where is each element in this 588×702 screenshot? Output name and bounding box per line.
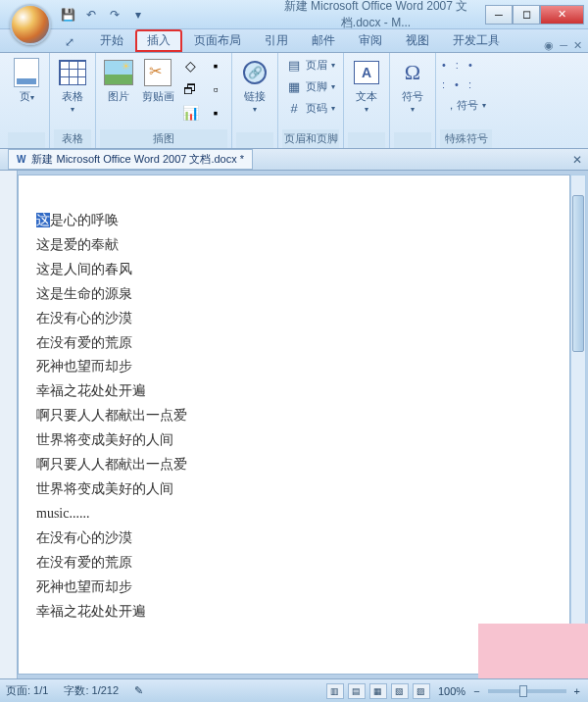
document-line[interactable]: 啊只要人人都献出一点爱 <box>36 404 552 428</box>
word-doc-icon: W <box>17 154 25 165</box>
document-line[interactable]: 在没有爱的荒原 <box>36 551 552 576</box>
window-title: 新建 Microsoft Office Word 2007 文档.docx - … <box>267 0 485 31</box>
tabs-toggle-icon[interactable]: ⤢ <box>59 32 80 52</box>
sp-dot5[interactable]: • <box>455 78 459 90</box>
special-symbol-button[interactable]: ，符号▾ <box>442 96 490 115</box>
document-line[interactable]: 幸福之花处处开遍 <box>36 600 552 625</box>
special-label: ，符号 <box>446 98 478 113</box>
close-button[interactable]: ✕ <box>540 5 584 25</box>
clipart-label: 剪贴画 <box>142 90 174 102</box>
links-button[interactable]: 🔗 链接▾ <box>236 55 273 117</box>
table-button[interactable]: 表格▾ <box>54 55 91 117</box>
office-button[interactable] <box>10 4 51 45</box>
sp-dot4[interactable]: : <box>442 78 445 90</box>
smartart-icon[interactable]: 🗗 <box>178 78 202 100</box>
qat-undo-icon[interactable]: ↶ <box>80 5 102 25</box>
ribbon-group-special: • : • : • : ，符号▾ 特殊符号 <box>436 53 496 148</box>
ribbon-group-page: 页▾ <box>4 53 50 148</box>
overlay-patch <box>478 624 588 678</box>
tab-视图[interactable]: 视图 <box>394 29 441 52</box>
scroll-thumb[interactable] <box>572 195 584 352</box>
table-label: 表格 <box>62 90 83 102</box>
picture-label: 图片 <box>108 90 129 102</box>
qat-save-icon[interactable]: 💾 <box>57 5 78 25</box>
header-button[interactable]: ▤页眉▾ <box>282 55 339 75</box>
doc-tab-close-icon[interactable]: ✕ <box>572 153 582 167</box>
status-proof-icon[interactable]: ✎ <box>134 684 143 697</box>
qat-redo-icon[interactable]: ↷ <box>104 5 125 25</box>
view-read-icon[interactable]: ▤ <box>348 683 366 699</box>
view-draft-icon[interactable]: ▨ <box>413 683 430 699</box>
sp-dot2[interactable]: : <box>456 59 459 71</box>
document-line[interactable]: 这是人间的春风 <box>36 258 552 282</box>
document-line[interactable]: 这是心的呼唤 <box>36 209 552 233</box>
ribbon-tabs: ⤢ 开始插入页面布局引用邮件审阅视图开发工具 ◉ ─ ✕ <box>0 29 588 53</box>
header-label: 页眉 <box>306 58 327 73</box>
shapes-icon[interactable]: ◇ <box>178 55 202 76</box>
minimize-button[interactable]: ─ <box>485 5 513 25</box>
table-icon <box>57 57 88 88</box>
document-line[interactable]: 死神也望而却步 <box>36 355 552 379</box>
document-line[interactable]: 世界将变成美好的人间 <box>36 477 552 502</box>
zoom-handle[interactable] <box>519 685 527 697</box>
vertical-scrollbar[interactable] <box>570 175 586 675</box>
document-line[interactable]: 这是爱的奉献 <box>36 233 552 258</box>
document-page[interactable]: 这是心的呼唤这是爱的奉献这是人间的春风这是生命的源泉在没有心的沙漠在没有爱的荒原… <box>18 175 570 675</box>
illus-extra2-icon[interactable]: ▫ <box>204 78 227 100</box>
qat-dropdown-icon[interactable]: ▾ <box>127 5 149 25</box>
page-button[interactable]: 页▾ <box>8 55 45 105</box>
ribbon-group-links: 🔗 链接▾ <box>232 53 278 148</box>
sp-dot6[interactable]: : <box>468 78 471 90</box>
tab-开始[interactable]: 开始 <box>88 29 135 52</box>
document-line[interactable]: 在没有爱的荒原 <box>36 331 552 356</box>
ribbon-close-icon[interactable]: ✕ <box>573 39 582 52</box>
maximize-button[interactable]: ◻ <box>513 5 540 25</box>
document-tab-bar: W 新建 Microsoft Office Word 2007 文档.docx … <box>0 149 588 171</box>
status-page[interactable]: 页面: 1/1 <box>6 683 48 698</box>
clipart-icon <box>142 57 173 88</box>
tab-引用[interactable]: 引用 <box>253 29 300 52</box>
help-icon[interactable]: ◉ <box>544 39 554 52</box>
textbox-icon: A <box>351 57 382 88</box>
document-line[interactable]: 世界将变成美好的人间 <box>36 428 552 453</box>
document-line[interactable]: 幸福之花处处开遍 <box>36 379 552 404</box>
illus-extra3-icon[interactable]: ▪ <box>204 102 227 124</box>
tab-邮件[interactable]: 邮件 <box>300 29 347 52</box>
illus-extra1-icon[interactable]: ▪ <box>204 55 227 76</box>
document-line[interactable]: 在没有心的沙漠 <box>36 307 552 331</box>
zoom-slider[interactable] <box>488 689 566 693</box>
document-line[interactable]: 在没有心的沙漠 <box>36 526 552 551</box>
zoom-out-icon[interactable]: − <box>473 685 479 697</box>
sp-dot1[interactable]: • <box>442 59 446 71</box>
status-words[interactable]: 字数: 1/212 <box>64 683 119 698</box>
footer-button[interactable]: ▦页脚▾ <box>282 76 339 96</box>
minimize-ribbon-icon[interactable]: ─ <box>560 39 567 52</box>
symbol-button[interactable]: Ω 符号▾ <box>394 55 431 117</box>
picture-button[interactable]: 图片 <box>100 55 137 104</box>
ribbon-group-text: A 文本▾ <box>344 53 390 148</box>
document-line[interactable]: music...... <box>36 502 552 526</box>
group-label <box>8 132 45 148</box>
textbox-button[interactable]: A 文本▾ <box>348 55 385 117</box>
sp-dot3[interactable]: • <box>468 59 472 71</box>
clipart-button[interactable]: 剪贴画 <box>139 55 176 104</box>
links-label: 链接 <box>244 90 266 102</box>
tab-开发工具[interactable]: 开发工具 <box>441 29 512 52</box>
tab-插入[interactable]: 插入 <box>135 29 182 52</box>
document-tab[interactable]: W 新建 Microsoft Office Word 2007 文档.docx … <box>8 149 253 170</box>
document-line[interactable]: 啊只要人人都献出一点爱 <box>36 453 552 477</box>
vertical-ruler[interactable] <box>0 171 18 678</box>
document-line[interactable]: 死神也望而却步 <box>36 576 552 600</box>
zoom-in-icon[interactable]: + <box>574 685 580 697</box>
view-web-icon[interactable]: ▦ <box>369 683 387 699</box>
picture-icon <box>103 57 134 88</box>
chart-icon[interactable]: 📊 <box>178 102 202 124</box>
zoom-level[interactable]: 100% <box>438 685 466 697</box>
view-print-icon[interactable]: ▥ <box>326 683 344 699</box>
tab-页面布局[interactable]: 页面布局 <box>182 29 253 52</box>
tab-审阅[interactable]: 审阅 <box>347 29 394 52</box>
link-icon: 🔗 <box>239 57 270 88</box>
page-number-button[interactable]: #页码▾ <box>282 98 339 118</box>
view-outline-icon[interactable]: ▧ <box>391 683 409 699</box>
document-line[interactable]: 这是生命的源泉 <box>36 282 552 307</box>
